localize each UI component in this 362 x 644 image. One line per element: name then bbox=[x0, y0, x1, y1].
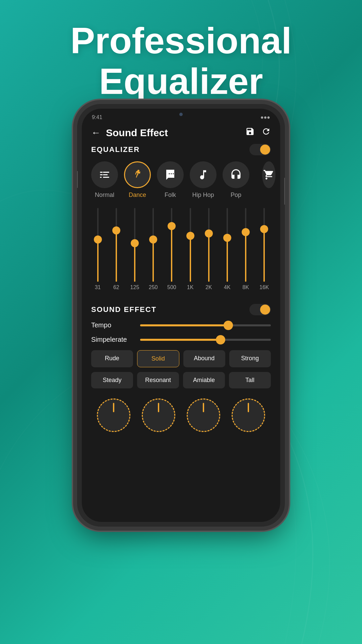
eq-label-2K: 2K bbox=[201, 284, 216, 290]
h-slider-1: Simpelerate bbox=[91, 336, 271, 343]
preset-folk[interactable]: Folk bbox=[157, 161, 184, 199]
eq-label-8K: 8K bbox=[238, 284, 253, 290]
eq-labels: 31621252505001K2K4K8K16K bbox=[82, 284, 280, 290]
notch bbox=[154, 109, 208, 120]
eq-label-4K: 4K bbox=[220, 284, 235, 290]
eq-band-1K[interactable] bbox=[183, 208, 198, 282]
preset-more-icon-wrap bbox=[262, 161, 276, 188]
equalizer-label: EQUALIZER bbox=[91, 145, 140, 154]
sound-effect-toggle[interactable] bbox=[249, 304, 271, 315]
phone-screen: 9:41 ●●● ← Sound Effect E bbox=[82, 109, 280, 522]
screen-title: Sound Effect bbox=[106, 127, 240, 139]
eq-band-250[interactable] bbox=[146, 208, 161, 282]
sound-effect-section: SOUND EFFECT TempoSimpelerate RudeSolidA… bbox=[82, 299, 280, 435]
h-slider-0: Tempo bbox=[91, 321, 271, 329]
preset-normal-label: Normal bbox=[95, 192, 114, 199]
effect-buttons-row2: SteadyResonantAmiableTall bbox=[91, 372, 271, 388]
effect-btn-resonant[interactable]: Resonant bbox=[137, 372, 179, 388]
effect-btn-amiable[interactable]: Amiable bbox=[183, 372, 225, 388]
preset-hiphop[interactable]: Hip Hop bbox=[190, 161, 217, 199]
eq-band-16K[interactable] bbox=[257, 208, 272, 282]
eq-label-500: 500 bbox=[164, 284, 179, 290]
effect-btn-tall[interactable]: Tall bbox=[229, 372, 271, 388]
preset-normal-icon-wrap bbox=[91, 161, 118, 188]
preset-more[interactable] bbox=[255, 161, 280, 199]
equalizer-section: EQUALIZER bbox=[82, 144, 280, 155]
eq-band-31[interactable] bbox=[90, 208, 105, 282]
preset-pop-label: Pop bbox=[231, 192, 241, 199]
h-slider-label-0: Tempo bbox=[91, 321, 135, 329]
preset-pop-icon-wrap bbox=[223, 161, 249, 188]
eq-band-2K[interactable] bbox=[201, 208, 216, 282]
eq-sliders bbox=[82, 208, 280, 282]
knob-0[interactable] bbox=[97, 398, 130, 432]
eq-label-62: 62 bbox=[109, 284, 124, 290]
effect-btn-steady[interactable]: Steady bbox=[91, 372, 133, 388]
preset-dance-label: Dance bbox=[129, 192, 146, 199]
knob-1[interactable] bbox=[142, 398, 175, 432]
knobs-row bbox=[91, 393, 271, 435]
eq-label-31: 31 bbox=[90, 284, 105, 290]
preset-dance-icon-wrap bbox=[124, 161, 151, 188]
eq-presets: Normal Dance bbox=[82, 161, 280, 199]
eq-label-1K: 1K bbox=[183, 284, 198, 290]
preset-pop[interactable]: Pop bbox=[223, 161, 249, 199]
h-slider-track-1[interactable] bbox=[140, 339, 271, 341]
effect-btn-strong[interactable]: Strong bbox=[229, 350, 271, 367]
equalizer-toggle[interactable] bbox=[249, 144, 271, 155]
preset-folk-label: Folk bbox=[165, 192, 176, 199]
effect-btn-rude[interactable]: Rude bbox=[91, 350, 133, 367]
eq-label-125: 125 bbox=[127, 284, 142, 290]
eq-label-16K: 16K bbox=[257, 284, 272, 290]
app-header: ← Sound Effect bbox=[82, 123, 280, 144]
effect-btn-solid[interactable]: Solid bbox=[137, 350, 180, 367]
effect-btn-abound[interactable]: Abound bbox=[183, 350, 225, 367]
preset-normal[interactable]: Normal bbox=[91, 161, 118, 199]
h-slider-label-1: Simpelerate bbox=[91, 336, 135, 343]
eq-band-62[interactable] bbox=[109, 208, 124, 282]
preset-folk-icon-wrap bbox=[157, 161, 184, 188]
preset-hiphop-label: Hip Hop bbox=[192, 192, 214, 199]
sound-effect-label: SOUND EFFECT bbox=[91, 305, 157, 314]
preset-hiphop-icon-wrap bbox=[190, 161, 217, 188]
back-button[interactable]: ← bbox=[91, 127, 101, 138]
eq-band-500[interactable] bbox=[164, 208, 179, 282]
preset-dance[interactable]: Dance bbox=[124, 161, 151, 199]
refresh-button[interactable] bbox=[261, 127, 271, 139]
phone-frame: 9:41 ●●● ← Sound Effect E bbox=[77, 104, 285, 527]
hero-title: Professional Equalizer bbox=[0, 20, 362, 101]
h-slider-track-0[interactable] bbox=[140, 324, 271, 326]
eq-band-8K[interactable] bbox=[238, 208, 253, 282]
eq-band-125[interactable] bbox=[127, 208, 142, 282]
knob-3[interactable] bbox=[232, 398, 265, 432]
eq-band-4K[interactable] bbox=[220, 208, 235, 282]
effect-buttons-row1: RudeSolidAboundStrong bbox=[91, 350, 271, 367]
eq-label-250: 250 bbox=[146, 284, 161, 290]
knob-2[interactable] bbox=[187, 398, 220, 432]
save-button[interactable] bbox=[245, 127, 255, 139]
